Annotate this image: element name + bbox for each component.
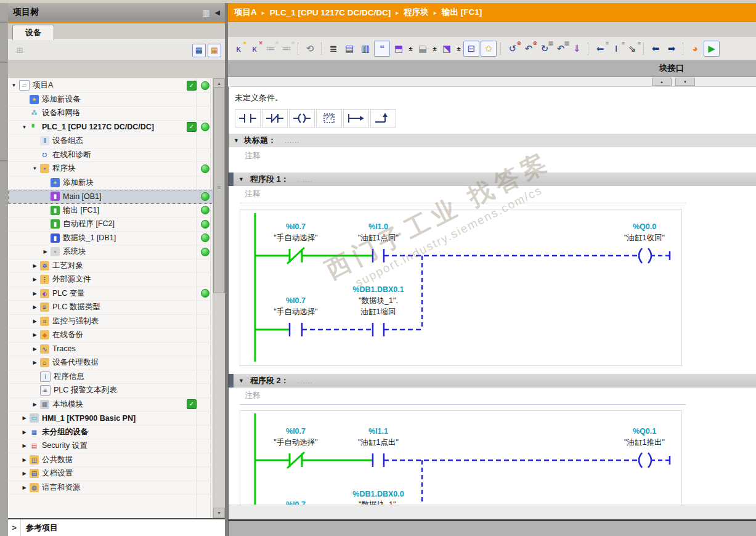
tree-row-device-proxy-data[interactable]: ▶ ⌂ 设备代理数据 ✓ — [8, 356, 213, 370]
expander-icon[interactable]: ▶ — [31, 332, 39, 338]
network-2-comment-field[interactable]: 注释 — [240, 388, 686, 405]
network-1-ladder-canvas[interactable]: %I0.7 "手自动选择" %I1.0 "油缸1点回" %Q0.0 "油缸1收回… — [240, 209, 682, 366]
goto-next-usage-icon[interactable]: ⇘≡ — [625, 41, 640, 56]
expand-chevron-icon[interactable]: > — [8, 519, 21, 536]
delete-network-icon[interactable]: ĸ✕ — [247, 41, 262, 56]
show-absolute-operands-icon[interactable]: ≣ — [326, 41, 341, 56]
scrollbar-thumb[interactable]: ≡ — [213, 87, 225, 293]
goto-definition-icon[interactable]: I≡ — [609, 41, 624, 56]
free-form-comments-menu-icon[interactable]: ± — [431, 41, 438, 56]
collapse-panel-icon[interactable]: ◀ — [215, 9, 220, 17]
expander-icon[interactable]: ▶ — [31, 319, 39, 324]
tree-row-devices-networks[interactable]: ⁂ 设备和网络 ✓ — [8, 107, 213, 121]
tree-row-program-blocks[interactable]: ▼ ▪ 程序块 ✓ — [8, 162, 213, 176]
expander-icon[interactable]: ▶ — [20, 457, 28, 463]
tree-row-local-modules[interactable]: ▶ ▥ 本地模块 ✓ — [8, 398, 213, 412]
tree-row-system-blocks[interactable]: ▶ ▪ 系统块 ✓ — [8, 245, 213, 259]
tree-row-online-diagnostics[interactable]: ℧ 在线和诊断 ✓ — [8, 148, 213, 163]
insert-network-icon[interactable]: ĸ✶ — [231, 41, 246, 56]
reference-projects-bar[interactable]: > 参考项目 — [8, 518, 225, 536]
tree-row-plc-data-types[interactable]: ▶ ≡ PLC 数据类型 ✓ — [8, 301, 213, 315]
tree-row-output-fc1[interactable]: ▮ 输出 [FC1] ✓ — [8, 204, 213, 218]
tree-row-external-sources[interactable]: ▶ ⋮ 外部源文件 ✓ — [8, 273, 213, 287]
tree-row-security-settings[interactable]: ▶ ▤ Security 设置 ✓ — [8, 439, 213, 453]
expander-icon[interactable]: ▶ — [20, 429, 28, 435]
network-2-ladder-canvas[interactable]: %I0.7 "手自动选择" %I1.1 "油缸1点出" %Q0.1 "油缸1推出… — [240, 410, 682, 508]
network-2-header[interactable]: ▼ 程序段 2： ...... — [229, 374, 756, 388]
tree-row-program-info[interactable]: i 程序信息 ✓ — [8, 370, 213, 384]
open-branch-icon[interactable] — [343, 109, 369, 128]
toggle-favorites-icon[interactable]: ⊟ — [463, 41, 479, 57]
expander-icon[interactable]: ▶ — [31, 263, 39, 269]
show-operand-columns-icon[interactable]: ▥ — [358, 41, 373, 56]
expander-icon[interactable]: ▼ — [20, 124, 28, 130]
previous-jump-point-icon[interactable]: ⬅ — [648, 41, 663, 56]
columns-icon[interactable]: ▥ — [202, 8, 209, 17]
sort-icon[interactable]: ⊞ — [14, 44, 26, 57]
tree-row-ungrouped-devices[interactable]: ▶ ▦ 未分组的设备 ✓ — [8, 426, 213, 440]
expander-icon[interactable]: ▶ — [31, 291, 39, 296]
expander-icon[interactable]: ▶ — [31, 304, 39, 310]
tree-row-main-ob1[interactable]: ▮ Main [OB1] ✓ — [8, 190, 213, 204]
download-to-device-icon[interactable]: ⇓ — [569, 41, 584, 56]
operand-comments-menu-icon[interactable]: ± — [407, 41, 414, 56]
operand-comments-icon[interactable]: ⬒ — [391, 41, 406, 56]
tree-row-plc-alarm-lists[interactable]: ≡ PLC 报警文本列表 ✓ — [8, 384, 213, 398]
free-form-comments-icon[interactable]: ⬓ — [415, 41, 430, 56]
expander-icon[interactable]: ▶ — [31, 346, 39, 352]
tree-row-online-backups[interactable]: ▶ ◆ 在线备份 ✓ — [8, 328, 213, 343]
operand-representation-icon[interactable]: ⬔ — [439, 41, 454, 56]
discard-download-icon[interactable]: ↶⊗ — [521, 41, 536, 56]
tree-scrollbar[interactable]: ▲ ≡ ▼ — [213, 78, 225, 518]
discard-changes-icon[interactable]: ↺⊗ — [505, 41, 520, 56]
tree-row-project-a[interactable]: ▼ ▱ 项目A ✓ — [8, 79, 213, 93]
goto-previous-usage-icon[interactable]: ⇐≡ — [593, 41, 608, 56]
network-2-title-placeholder[interactable]: ...... — [298, 377, 312, 384]
expander-icon[interactable]: ▶ — [20, 485, 28, 490]
next-jump-point-icon[interactable]: ➡ — [664, 41, 679, 56]
network-1-comment-field[interactable]: 注释 — [240, 186, 686, 203]
operand-representation-menu-icon[interactable]: ± — [455, 41, 462, 56]
interface-collapse-icon[interactable]: ▼ — [675, 78, 695, 86]
load-snapshots-icon[interactable]: ↶▦ — [553, 41, 568, 56]
collapse-triangle-icon[interactable]: ▼ — [238, 176, 244, 182]
expander-icon[interactable]: ▶ — [41, 249, 49, 254]
block-comment-field[interactable]: 注释 — [229, 147, 756, 164]
collapse-triangle-icon[interactable]: ▼ — [238, 378, 244, 384]
expander-icon[interactable]: ▶ — [20, 471, 28, 476]
tree-row-add-new-device[interactable]: ✶ 添加新设备 ✓ — [8, 93, 213, 107]
block-interface-bar[interactable]: 块接口 — [228, 60, 756, 77]
tree-row-auto-program-fc2[interactable]: ▮ 自动程序 [FC2] ✓ — [8, 217, 213, 232]
tree-row-plc-1[interactable]: ▼ ▘ PLC_1 [CPU 1217C DC/DC/DC] ✓ — [8, 121, 213, 135]
coil-icon[interactable] — [289, 109, 315, 128]
monitoring-on-off-icon[interactable]: ▶ — [704, 41, 720, 57]
network-1-header[interactable]: ▼ 程序段 1： ...... — [229, 173, 756, 186]
block-title-placeholder[interactable]: ...... — [285, 137, 299, 144]
close-branch-icon[interactable] — [370, 109, 396, 128]
tree-row-data-block-1-db1[interactable]: ▮ 数据块_1 [DB1] ✓ — [8, 232, 213, 246]
open-device-view-icon[interactable]: ▦ — [208, 44, 221, 57]
normally-closed-contact-icon[interactable] — [262, 109, 288, 128]
call-structure-icon[interactable]: ◕ — [688, 41, 702, 56]
scroll-down-icon[interactable]: ▼ — [213, 508, 225, 518]
tree-row-traces[interactable]: ▶ ∿ Traces ✓ — [8, 343, 213, 357]
breadcrumb-item[interactable]: 程序块 — [404, 7, 429, 18]
edit-favorites-icon[interactable]: ✩ — [481, 41, 497, 57]
show-favorites-pane-icon[interactable]: ▤ — [342, 41, 357, 56]
block-title-row[interactable]: ▼ 块标题： ...... — [229, 134, 756, 147]
collapse-triangle-icon[interactable]: ▼ — [234, 137, 239, 144]
tree-row-plc-tags[interactable]: ▶ ⬖ PLC 变量 ✓ — [8, 287, 213, 301]
expander-icon[interactable]: ▶ — [31, 402, 39, 407]
expander-icon[interactable]: ▶ — [20, 443, 28, 449]
tab-devices[interactable]: 设备 — [12, 25, 54, 40]
breadcrumb-item[interactable]: PLC_1 [CPU 1217C DC/DC/DC] — [270, 8, 391, 17]
rewire-icon[interactable]: ⟲ — [303, 41, 317, 56]
expander-icon[interactable]: ▼ — [10, 83, 18, 88]
load-from-device-icon[interactable]: ↻▦ — [537, 41, 552, 56]
expander-icon[interactable]: ▶ — [31, 277, 39, 282]
interface-expand-icon[interactable]: ▲ — [652, 78, 672, 86]
insert-row-below-icon[interactable]: ≕✳ — [279, 41, 294, 56]
expander-icon[interactable]: ▼ — [31, 166, 39, 171]
expander-icon[interactable]: ▶ — [31, 360, 39, 365]
empty-box-icon[interactable]: ?? — [316, 109, 342, 128]
